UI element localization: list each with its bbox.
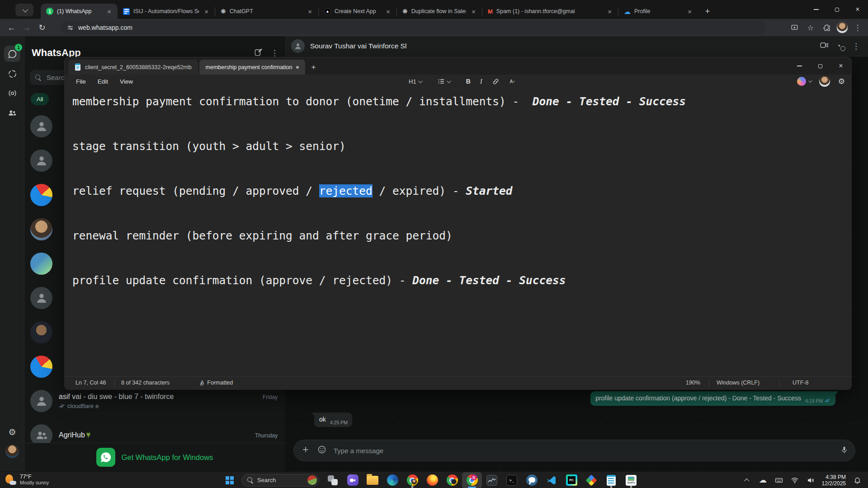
filter-all-chip[interactable]: All	[31, 93, 49, 105]
taskbar-app-chrome-profile-2[interactable]	[442, 472, 462, 488]
mic-icon[interactable]	[840, 446, 849, 456]
install-app-icon[interactable]	[788, 21, 801, 34]
browser-menu-icon[interactable]: ⋮	[851, 21, 864, 34]
emoji-icon[interactable]	[317, 445, 326, 456]
onedrive-icon[interactable]: ☁	[757, 474, 769, 487]
notepad-maximize-button[interactable]	[810, 57, 830, 75]
text-editor[interactable]: membership payment confirmation to donor…	[65, 88, 851, 376]
browser-profile-avatar[interactable]	[836, 22, 848, 33]
tab-close-icon[interactable]: ×	[306, 7, 314, 16]
maximize-button[interactable]	[826, 0, 847, 19]
bold-button[interactable]: B	[463, 76, 474, 86]
browser-tab[interactable]: ❋Duplicate flow in Salesforce×	[397, 4, 482, 19]
menu-file[interactable]: File	[70, 76, 92, 87]
taskbar-app-vscode[interactable]	[542, 472, 561, 488]
forward-button[interactable]: →	[19, 21, 34, 34]
taskbar-app-chrome-profile-3[interactable]: S	[462, 472, 482, 488]
notification-bell-icon[interactable]	[851, 474, 863, 487]
line-ending[interactable]: Windows (CRLF)	[717, 380, 760, 386]
volume-icon[interactable]	[804, 474, 817, 487]
notepad-new-tab-button[interactable]: +	[307, 61, 320, 74]
taskbar-app-firefox[interactable]	[422, 472, 442, 488]
address-bar[interactable]: web.whatsapp.com	[61, 21, 766, 34]
menu-view[interactable]: View	[114, 76, 139, 87]
taskbar-app-pycharm[interactable]: PC	[561, 472, 581, 488]
attach-plus-icon[interactable]	[301, 445, 310, 456]
taskbar-app-chrome-profile-1[interactable]	[402, 472, 422, 488]
zoom-level[interactable]: 190%	[686, 380, 700, 386]
rail-status-button[interactable]	[4, 66, 20, 82]
browser-tab[interactable]: ☁Profile×	[618, 4, 698, 19]
taskbar-app-notepad[interactable]	[601, 472, 621, 488]
browser-tab[interactable]: MSpam (1) - ishann.tforce@gmai×	[482, 4, 618, 19]
taskbar-app-postgresql[interactable]	[522, 472, 542, 488]
notepad-tab[interactable]: client_secret_2_60053885332-2reqe52rrib	[68, 60, 198, 75]
copilot-button[interactable]	[797, 77, 811, 86]
message-bubble-in[interactable]: ok4:25 PM	[314, 413, 352, 427]
conversation-header[interactable]: Sourav Tushar vai Twinforce Sl ⋮	[285, 36, 868, 56]
italic-button[interactable]: I	[477, 76, 486, 87]
browser-tab[interactable]: ISIJ - Automation/Flows Setup -×	[118, 4, 215, 19]
notepad-minimize-button[interactable]	[789, 57, 810, 75]
notepad-tab[interactable]: membership payment confirmation	[199, 60, 306, 75]
tab-close-icon[interactable]: ×	[470, 7, 477, 16]
wifi-icon[interactable]	[788, 474, 801, 487]
list-dropdown[interactable]	[434, 76, 453, 86]
back-button[interactable]: ←	[4, 21, 19, 34]
tab-close-icon[interactable]: ×	[105, 7, 113, 16]
rail-settings-button[interactable]: ⚙	[4, 424, 20, 440]
link-button[interactable]	[489, 76, 503, 87]
site-settings-icon[interactable]	[67, 24, 74, 31]
browser-tab[interactable]: ❋ChatGPT×	[215, 4, 318, 19]
tray-overflow-chevron-icon[interactable]	[741, 474, 754, 487]
tab-close-icon[interactable]: ×	[203, 7, 210, 16]
taskbar-app-meet-chat[interactable]	[343, 472, 363, 488]
taskbar-app-drive[interactable]	[581, 472, 601, 488]
browser-tab[interactable]: ▲Create Next App×	[319, 4, 396, 19]
notepad-close-button[interactable]: ×	[830, 57, 851, 75]
taskbar-app-task-manager[interactable]	[482, 472, 502, 488]
whatsapp-logo-icon	[96, 448, 115, 467]
taskbar: 77°F Mostly sunny Search S>_PCTaskPro ☁	[0, 471, 868, 488]
video-call-icon[interactable]	[820, 41, 829, 52]
taskbar-app-task-view[interactable]	[323, 472, 343, 488]
browser-tab[interactable]: 1(1) WhatsApp×	[41, 4, 118, 19]
extensions-icon[interactable]	[820, 21, 834, 34]
clear-formatting-button[interactable]: A	[506, 76, 520, 87]
taskbar-app-taskpro[interactable]: TaskPro	[621, 472, 641, 488]
minimize-button[interactable]	[806, 0, 826, 19]
bookmark-star-icon[interactable]: ☆	[804, 21, 817, 34]
tab-close-icon[interactable]: ×	[606, 7, 613, 16]
reload-button[interactable]: ↻	[34, 21, 50, 34]
tray-clock[interactable]: 4:38 PM 12/2/2025	[822, 474, 846, 487]
conversation-menu-icon[interactable]: ⋮	[852, 42, 860, 51]
notepad-settings-icon[interactable]: ⚙	[838, 77, 845, 86]
tab-close-icon[interactable]: ×	[384, 7, 392, 16]
notepad-account-avatar[interactable]	[819, 76, 830, 87]
rail-chats-button[interactable]: 1	[4, 46, 20, 62]
taskbar-app-edge[interactable]	[382, 472, 402, 488]
menu-edit[interactable]: Edit	[92, 76, 114, 87]
message-composer[interactable]: Type a message	[293, 440, 855, 461]
encoding[interactable]: UTF-8	[793, 380, 808, 386]
new-tab-button[interactable]: +	[701, 5, 714, 18]
heading-dropdown[interactable]: H1	[406, 77, 425, 86]
chat-list-menu-icon[interactable]: ⋮	[271, 48, 278, 58]
task-manager-icon	[486, 475, 497, 486]
close-button[interactable]: ×	[847, 0, 868, 19]
weather-widget[interactable]: 77°F Mostly sunny	[5, 474, 49, 486]
tab-search-button[interactable]	[15, 4, 33, 16]
get-whatsapp-banner[interactable]: Get WhatsApp for Windows	[24, 443, 285, 471]
touch-keyboard-icon[interactable]	[773, 474, 785, 487]
message-bubble-out[interactable]: profile update confirmation (approve / r…	[590, 391, 835, 406]
start-button[interactable]	[221, 473, 239, 488]
taskbar-app-terminal[interactable]: >_	[502, 472, 522, 488]
rail-communities-button[interactable]	[4, 105, 20, 121]
rail-profile-avatar[interactable]	[5, 445, 19, 458]
rail-channels-button[interactable]	[4, 85, 20, 101]
taskbar-app-file-explorer[interactable]	[363, 472, 382, 488]
taskbar-search[interactable]: Search	[241, 474, 319, 487]
new-chat-icon[interactable]	[254, 48, 263, 58]
notepad-titlebar[interactable]: client_secret_2_60053885332-2reqe52rribm…	[65, 57, 851, 75]
tab-close-icon[interactable]: ×	[686, 7, 693, 16]
